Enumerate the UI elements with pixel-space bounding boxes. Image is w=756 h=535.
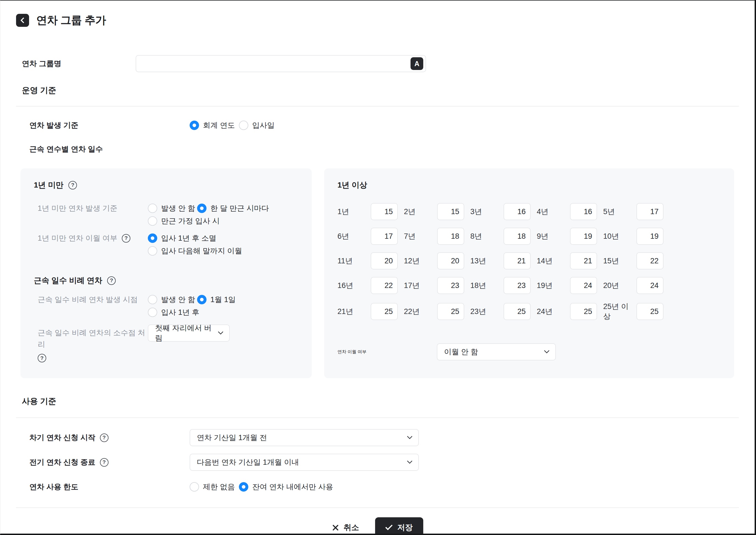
tenure-days-input[interactable] (437, 203, 464, 220)
footer-actions: 취소 저장 (0, 517, 755, 535)
tenure-days-input[interactable] (503, 252, 531, 269)
usage-limit-row: 연차 사용 한도 제한 없음 잔여 연차 내에서만 사용 (16, 481, 739, 493)
help-icon[interactable]: ? (107, 276, 116, 285)
radio-no-limit[interactable]: 제한 없음 (190, 482, 239, 492)
under-one-year-accrual-options: 발생 안 함 한 달 만근 시마다 만근 가정 입사 시 (148, 203, 269, 227)
tenure-days-input[interactable] (371, 303, 398, 320)
chevron-down-icon (218, 329, 224, 335)
help-icon[interactable]: ? (100, 434, 108, 442)
tenure-days-input[interactable] (371, 203, 398, 220)
tenure-cell: 10년 (603, 228, 667, 245)
tenure-year-label: 7년 (404, 231, 433, 241)
tenure-days-input[interactable] (437, 252, 464, 269)
help-icon[interactable]: ? (100, 458, 108, 467)
page-header: 연차 그룹 추가 (0, 1, 755, 28)
tenure-days-input[interactable] (636, 303, 664, 320)
under-one-year-heading-row: 1년 미만 ? (34, 180, 301, 191)
tenure-year-label: 13년 (470, 256, 500, 266)
next-request-start-label: 차기 연차 신청 시작 ? (16, 433, 190, 443)
previous-request-end-row: 전기 연차 신청 종료 ? 다음번 연차 기산일 1개월 이내 (16, 454, 739, 471)
tenure-days-input[interactable] (570, 203, 597, 220)
divider (16, 106, 739, 106)
under-one-year-card: 1년 미만 ? 1년 미만 연차 발생 기준 발생 안 함 한 달 만근 시마다 (20, 168, 312, 378)
tenure-days-input[interactable] (503, 203, 531, 220)
chevron-left-icon (20, 17, 26, 23)
radio-label: 1월 1일 (210, 295, 236, 305)
next-request-start-select[interactable]: 연차 기산일 1개월 전 (190, 429, 419, 446)
tenure-days-input[interactable] (503, 303, 531, 320)
radio-carryover-until-next-year-end[interactable]: 입사 다음해 말까지 이월 (148, 246, 242, 256)
tenure-cell: 24년 (537, 301, 600, 322)
tenure-days-input[interactable] (570, 252, 597, 269)
radio-january-first[interactable]: 1월 1일 (197, 295, 236, 305)
chevron-down-icon (407, 458, 412, 464)
under-one-year-accrual-label: 1년 미만 연차 발생 기준 (38, 203, 148, 214)
radio-one-year-after-join[interactable]: 입사 1년 후 (148, 307, 199, 317)
carryover-select[interactable]: 이월 안 함 (437, 343, 556, 360)
tenure-cell: 19년 (537, 277, 600, 294)
tenure-days-input[interactable] (636, 203, 664, 220)
tenure-year-label: 20년 (603, 280, 633, 291)
ime-badge-icon[interactable]: A (410, 57, 423, 70)
prorated-heading: 근속 일수 비례 연차 (34, 275, 102, 286)
save-button[interactable]: 저장 (375, 517, 423, 535)
tenure-year-label: 18년 (470, 280, 500, 291)
select-value: 연차 기산일 1개월 전 (197, 433, 267, 443)
tenure-cell: 5년 (603, 203, 667, 220)
tenure-cell: 4년 (537, 203, 600, 220)
days-by-tenure-heading: 근속 연수별 연차 일수 (29, 144, 739, 154)
x-icon (332, 524, 339, 531)
radio-no-prorated-accrual[interactable]: 발생 안 함 (148, 295, 197, 305)
help-icon[interactable]: ? (68, 181, 77, 189)
radio-on-icon (239, 482, 248, 492)
tenure-days-input[interactable] (570, 228, 597, 245)
previous-request-end-select[interactable]: 다음번 연차 기산일 1개월 이내 (190, 454, 419, 471)
select-value: 첫째 자리에서 버림 (155, 323, 219, 343)
add-leave-group-page: 연차 그룹 추가 연차 그룹명 A 운영 기준 연차 발생 기준 회계 연도 입… (0, 0, 756, 535)
help-icon[interactable]: ? (38, 354, 46, 362)
radio-off-icon (148, 204, 157, 213)
prorated-rounding-select[interactable]: 첫째 자리에서 버림 (148, 324, 230, 342)
tenure-year-label: 4년 (537, 207, 566, 216)
radio-monthly-full-attendance[interactable]: 한 달 만근 시마다 (197, 203, 269, 213)
tenure-days-input[interactable] (570, 277, 597, 294)
tenure-days-input[interactable] (503, 228, 531, 245)
tenure-days-input[interactable] (371, 277, 398, 294)
group-name-row: 연차 그룹명 A (16, 55, 739, 72)
tenure-cell: 25년 이상 (603, 301, 667, 322)
previous-request-end-label: 전기 연차 신청 종료 ? (16, 457, 190, 467)
tenure-days-input[interactable] (437, 228, 464, 245)
tenure-days-input[interactable] (371, 228, 398, 245)
tenure-cards: 1년 미만 ? 1년 미만 연차 발생 기준 발생 안 함 한 달 만근 시마다 (20, 168, 739, 378)
tenure-days-input[interactable] (503, 277, 531, 294)
tenure-days-input[interactable] (636, 228, 664, 245)
radio-no-accrual[interactable]: 발생 안 함 (148, 203, 197, 213)
tenure-days-input[interactable] (437, 303, 464, 320)
radio-within-remaining-leave[interactable]: 잔여 연차 내에서만 사용 (239, 482, 333, 492)
radio-fiscal-year[interactable]: 회계 연도 (190, 120, 239, 130)
tenure-cell: 12년 (404, 252, 468, 269)
tenure-days-input[interactable] (371, 252, 398, 269)
usage-heading: 사용 기준 (22, 396, 739, 407)
tenure-days-input[interactable] (636, 252, 664, 269)
group-name-input[interactable] (136, 56, 425, 71)
cancel-label: 취소 (344, 522, 359, 533)
radio-label: 입사 1년 후 (161, 307, 199, 317)
tenure-cell: 16년 (337, 277, 401, 294)
radio-expire-after-one-year[interactable]: 입사 1년 후 소멸 (148, 233, 217, 243)
tenure-days-input[interactable] (570, 303, 597, 320)
field-label: 차기 연차 신청 시작 (29, 433, 96, 443)
radio-on-icon (197, 295, 206, 304)
carryover-label: 연차 이월 여부 (337, 349, 437, 355)
radio-join-date[interactable]: 입사일 (239, 120, 275, 130)
radio-off-icon (190, 482, 199, 492)
help-icon[interactable]: ? (122, 234, 130, 242)
cancel-button[interactable]: 취소 (332, 522, 359, 533)
radio-assumed-full-attendance[interactable]: 만근 가정 입사 시 (148, 216, 220, 226)
radio-label: 입사 1년 후 소멸 (161, 233, 217, 243)
tenure-days-input[interactable] (437, 277, 464, 294)
tenure-days-input[interactable] (636, 277, 664, 294)
group-name-label: 연차 그룹명 (16, 59, 136, 69)
tenure-cell: 2년 (404, 203, 468, 220)
back-button[interactable] (16, 14, 29, 27)
